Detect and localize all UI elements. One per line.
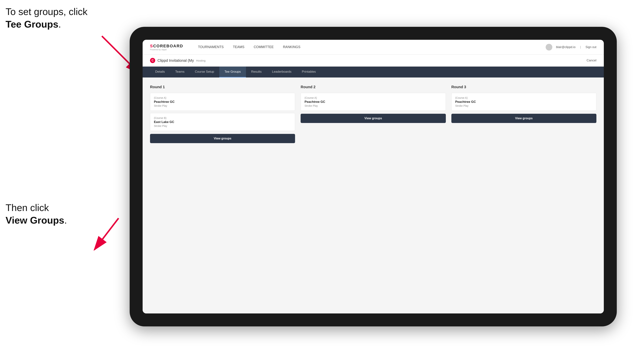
logo-text: SCOREBOARD	[150, 44, 183, 48]
tab-bar: Details Teams Course Setup Tee Groups Re…	[142, 67, 604, 77]
user-email: blair@clippd.io	[556, 45, 576, 49]
round-2-view-groups-button[interactable]: View groups	[300, 114, 446, 123]
nav-links: TOURNAMENTS TEAMS COMMITTEE RANKINGS	[198, 44, 534, 50]
instruction-top-line1: To set groups, click	[6, 6, 88, 17]
tab-tee-groups[interactable]: Tee Groups	[219, 67, 246, 77]
user-avatar	[546, 44, 552, 50]
round-1-course-a-name: Peachtree GC	[154, 100, 291, 104]
round-3-course-a-format: Stroke Play	[455, 104, 592, 107]
round-1-view-groups-button[interactable]: View groups	[150, 134, 295, 143]
round-1-course-a: (Course A) Peachtree GC Stroke Play	[150, 93, 295, 111]
rounds-container: Round 1 (Course A) Peachtree GC Stroke P…	[150, 85, 596, 143]
tournament-title: C Clippd Invitational (My Hosting	[150, 58, 206, 63]
round-2-course-a-label: (Course A)	[304, 96, 442, 99]
nav-teams[interactable]: TEAMS	[233, 44, 244, 50]
instruction-top-line2: Tee Groups	[6, 19, 58, 30]
round-2-course-a: (Course A) Peachtree GC Stroke Play	[300, 93, 446, 111]
round-3-title: Round 3	[451, 85, 596, 89]
round-3-course-a: (Course A) Peachtree GC Stroke Play	[451, 93, 596, 111]
round-1-course-b-format: Stroke Play	[154, 125, 291, 127]
round-1-course-b-label: (Course B)	[154, 117, 291, 120]
round-1-course-b-name: East Lake GC	[154, 120, 291, 124]
instruction-top-suffix: .	[58, 19, 61, 30]
tab-leaderboards[interactable]: Leaderboards	[267, 67, 297, 77]
tab-teams[interactable]: Teams	[170, 67, 190, 77]
sub-header: C Clippd Invitational (My Hosting Cancel	[142, 55, 604, 67]
round-3-column: Round 3 (Course A) Peachtree GC Stroke P…	[451, 85, 596, 143]
instruction-top: To set groups, click Tee Groups.	[6, 5, 88, 30]
nav-tournaments[interactable]: TOURNAMENTS	[198, 44, 224, 50]
tab-course-setup[interactable]: Course Setup	[190, 67, 219, 77]
instruction-bottom: Then click View Groups.	[6, 201, 67, 226]
round-3-course-a-label: (Course A)	[455, 96, 592, 99]
round-2-course-a-name: Peachtree GC	[304, 100, 442, 104]
nav-right: blair@clippd.io | Sign out	[546, 44, 596, 50]
tab-printables[interactable]: Printables	[297, 67, 321, 77]
tablet-screen: SCOREBOARD Powered by clippit TOURNAMENT…	[142, 40, 604, 314]
tournament-name: Clippd Invitational (My	[158, 58, 194, 63]
round-2-column: Round 2 (Course A) Peachtree GC Stroke P…	[300, 85, 446, 143]
hosting-badge: Hosting	[196, 59, 206, 62]
top-nav: SCOREBOARD Powered by clippit TOURNAMENT…	[142, 40, 604, 55]
round-1-course-a-format: Stroke Play	[154, 104, 291, 107]
round-3-course-a-name: Peachtree GC	[455, 100, 592, 104]
cancel-button[interactable]: Cancel	[586, 59, 596, 62]
round-3-view-groups-button[interactable]: View groups	[451, 114, 596, 123]
nav-committee[interactable]: COMMITTEE	[254, 44, 274, 50]
logo-sub: Powered by clippit	[150, 48, 183, 51]
svg-line-3	[94, 218, 118, 250]
instruction-bottom-line1: Then click	[6, 202, 49, 213]
nav-rankings[interactable]: RANKINGS	[283, 44, 300, 50]
arrow-bottom-icon	[82, 211, 133, 259]
logo-area: SCOREBOARD Powered by clippit	[150, 44, 183, 51]
sign-out-link[interactable]: Sign out	[586, 45, 596, 49]
instruction-bottom-suffix: .	[64, 215, 67, 226]
instruction-bottom-line2: View Groups	[6, 215, 64, 226]
main-content: Round 1 (Course A) Peachtree GC Stroke P…	[142, 77, 604, 314]
round-1-title: Round 1	[150, 85, 295, 89]
tab-results[interactable]: Results	[246, 67, 267, 77]
round-1-column: Round 1 (Course A) Peachtree GC Stroke P…	[150, 85, 295, 143]
round-2-course-a-format: Stroke Play	[304, 104, 442, 107]
tab-details[interactable]: Details	[150, 67, 170, 77]
round-1-course-a-label: (Course A)	[154, 96, 291, 99]
round-2-title: Round 2	[300, 85, 446, 89]
tournament-icon: C	[150, 58, 155, 63]
round-1-course-b: (Course B) East Lake GC Stroke Play	[150, 113, 295, 131]
tablet-frame: SCOREBOARD Powered by clippit TOURNAMENT…	[130, 27, 617, 326]
